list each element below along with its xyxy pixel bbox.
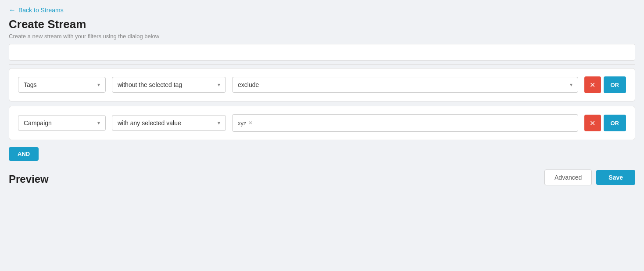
filter-1-operator-chevron-icon: ▾ bbox=[218, 82, 220, 88]
filter-2-field-select[interactable]: Campaign ▾ bbox=[18, 115, 106, 131]
page-subtitle: Create a new stream with your filters us… bbox=[9, 33, 635, 40]
and-button[interactable]: AND bbox=[9, 147, 39, 161]
filter-2-field-chevron-icon: ▾ bbox=[97, 120, 100, 126]
stream-name-input[interactable] bbox=[9, 44, 635, 60]
back-to-streams-label: Back to Streams bbox=[18, 7, 64, 14]
filter-2-operator-label: with any selected value bbox=[118, 119, 181, 126]
divider-1 bbox=[9, 64, 635, 65]
filter-1-remove-button[interactable]: ✕ bbox=[584, 76, 601, 93]
filter-1-value-label: exclude bbox=[238, 81, 259, 88]
preview-title: Preview bbox=[9, 173, 49, 185]
filter-1-value-chevron-icon: ▾ bbox=[570, 82, 572, 88]
filter-2-field-label: Campaign bbox=[24, 119, 52, 126]
stream-name-container bbox=[9, 44, 635, 61]
filter-1-field-label: Tags bbox=[24, 81, 37, 88]
filter-2-actions: ✕ OR bbox=[584, 115, 626, 131]
page-title: Create Stream bbox=[9, 18, 635, 31]
advanced-button[interactable]: Advanced bbox=[544, 170, 592, 185]
save-button[interactable]: Save bbox=[596, 170, 635, 185]
filter-2-tag-xyz-label: xyz bbox=[238, 120, 247, 126]
filter-2-remove-button[interactable]: ✕ bbox=[584, 115, 601, 131]
filter-1-value-select[interactable]: exclude ▾ bbox=[232, 77, 578, 93]
bottom-actions: Advanced Save bbox=[544, 170, 635, 185]
filter-1-field-select[interactable]: Tags ▾ bbox=[18, 77, 106, 93]
filter-2-or-button[interactable]: OR bbox=[604, 115, 626, 131]
back-arrow-icon: ← bbox=[9, 6, 16, 14]
filter-2-value-box[interactable]: xyz ✕ bbox=[232, 114, 578, 132]
filter-row-1: Tags ▾ without the selected tag ▾ exclud… bbox=[9, 68, 635, 101]
filter-1-operator-select[interactable]: without the selected tag ▾ bbox=[112, 77, 226, 93]
filter-2-operator-select[interactable]: with any selected value ▾ bbox=[112, 115, 226, 131]
filter-2-operator-chevron-icon: ▾ bbox=[218, 120, 220, 126]
filter-1-or-button[interactable]: OR bbox=[604, 76, 626, 93]
filter-1-operator-label: without the selected tag bbox=[118, 81, 182, 88]
back-to-streams-link[interactable]: ← Back to Streams bbox=[9, 6, 64, 14]
filter-row-2: Campaign ▾ with any selected value ▾ xyz… bbox=[9, 106, 635, 140]
filter-2-tag-xyz-remove-icon[interactable]: ✕ bbox=[248, 120, 253, 126]
filter-1-actions: ✕ OR bbox=[584, 76, 626, 93]
filter-1-field-chevron-icon: ▾ bbox=[97, 82, 100, 88]
filter-2-tag-xyz: xyz ✕ bbox=[238, 120, 253, 126]
